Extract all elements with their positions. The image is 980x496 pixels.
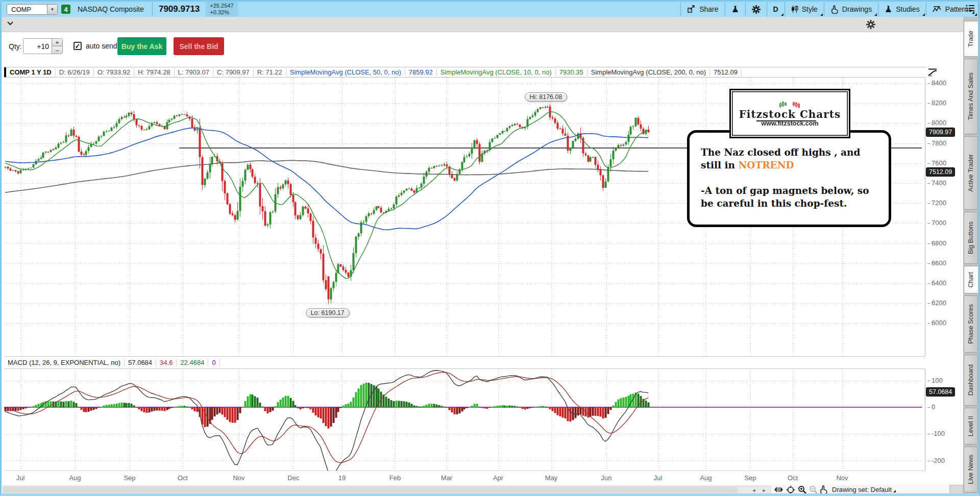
time-axis-label: Sep	[124, 474, 135, 482]
qty-increment-button[interactable]: +	[52, 39, 62, 46]
macd-header-segment: 57.0684	[125, 359, 156, 366]
symbol-combobox[interactable]: COMP ▼	[7, 4, 58, 15]
style-button[interactable]: Style	[785, 2, 824, 17]
studies-button[interactable]: Studies	[878, 2, 926, 17]
price-axis-tick: 8200	[927, 99, 946, 107]
time-axis-label: 19	[338, 474, 346, 482]
time-axis-label: Jul	[16, 474, 25, 482]
sidebar-tab-phase-scores[interactable]: Phase Scores	[964, 295, 978, 353]
sidebar-tab-level-ii[interactable]: Level II	[964, 408, 978, 444]
macd-header-segment: 34.6	[156, 359, 177, 366]
macd-header-segment: 22.4684	[177, 359, 208, 366]
scroll-right-arrow-icon[interactable]: ▸	[760, 487, 769, 493]
analyze-button[interactable]	[725, 2, 745, 17]
auto-send-checkbox[interactable]: ✓	[74, 42, 82, 50]
sidebar-tab-trade[interactable]: Trade	[964, 21, 978, 57]
zoom-in-tool-icon[interactable]	[798, 485, 807, 494]
drawing-set-selector[interactable]: Drawing set: Default	[832, 486, 897, 493]
macd-chart-canvas[interactable]	[4, 369, 925, 470]
price-axis-tick: 7600	[927, 159, 946, 167]
sidebar-tab-live-news[interactable]: Live News	[964, 447, 978, 492]
sidebar-tab-big-buttons[interactable]: Big Buttons	[964, 212, 978, 264]
time-axis-label: Mar	[441, 474, 452, 482]
time-axis-label: Apr	[493, 474, 503, 482]
chart-menu-button[interactable]	[965, 4, 975, 15]
note-line3: -A ton of gap magnets below, so	[701, 184, 889, 197]
flask-icon	[731, 5, 739, 13]
collapse-chevron-icon[interactable]	[7, 21, 14, 26]
sidebar-tab-active-trader[interactable]: Active Trader	[964, 136, 978, 210]
thinkorswim-chart-window: COMP ▼ 4 NASDAQ Composite 7909.9713 +25.…	[0, 0, 980, 496]
note-line4: be careful in this chop-fest.	[701, 197, 889, 210]
price-axis-tick: 7200	[927, 199, 946, 207]
pattern-icon	[933, 5, 942, 13]
dropdown-caret-icon	[820, 13, 823, 16]
time-axis-label: Nov	[233, 474, 244, 482]
time-axis[interactable]: JulAugSepOctNovDec19FebMarAprMayJunJulAu…	[4, 470, 925, 485]
crosshair-tool-icon[interactable]	[786, 485, 795, 494]
chart-header-segment: H: 7974.28	[134, 68, 175, 76]
share-button[interactable]: Share	[681, 2, 724, 17]
change-percent: +0.32%	[210, 9, 233, 16]
hand-tool-icon[interactable]	[819, 485, 828, 494]
quantity-stepper[interactable]: + –	[23, 38, 63, 54]
timeframe-button[interactable]: D	[767, 2, 785, 17]
time-axis-label: Aug	[69, 474, 81, 482]
order-entry-bar: Qty: + – ✓ auto send Buy the Ask Sell th…	[2, 32, 963, 63]
chart-fit-icon[interactable]	[927, 68, 938, 77]
chart-header-segment: SimpleMovingAvg (CLOSE, 10, 0, no)	[437, 68, 556, 76]
symbol-dropdown-arrow-icon[interactable]: ▼	[47, 5, 57, 14]
price-axis-tick: 8000	[927, 119, 946, 127]
sell-bid-button[interactable]: Sell the Bid	[174, 37, 224, 55]
time-axis-label: Dec	[287, 474, 299, 482]
sidebar-tab-label: Live News	[967, 455, 974, 484]
link-group-badge[interactable]: 4	[61, 5, 70, 14]
studies-label: Studies	[896, 5, 920, 13]
drawings-button[interactable]: Drawings	[824, 2, 878, 17]
price-axis-tick: 6000	[927, 319, 946, 327]
horizontal-scrollbar[interactable]: ◂ ▸	[3, 486, 771, 494]
scrollbar-thumb[interactable]	[4, 487, 738, 493]
pan-tool-icon[interactable]	[774, 485, 783, 494]
zoom-out-tool-icon[interactable]	[809, 485, 818, 494]
time-axis-label: Nov	[836, 474, 848, 482]
sma200-axis-badge: 7512.09	[926, 167, 955, 177]
chart-header-segment: O: 7933.92	[94, 68, 134, 76]
macd-header-segment: MACD (12, 26, 9, EXPONENTIAL, no)	[4, 359, 125, 366]
chart-settings-button[interactable]	[746, 2, 767, 17]
gadget-gear-icon[interactable]	[866, 20, 875, 29]
time-axis-label: Jun	[601, 474, 612, 482]
qty-decrement-button[interactable]: –	[52, 46, 62, 54]
chart-header-segment: C: 7909.97	[213, 68, 254, 76]
sidebar-tab-dashboard[interactable]: Dashboard	[964, 355, 978, 406]
sidebar-tab-label: Chart	[967, 272, 974, 288]
top-toolbar: COMP ▼ 4 NASDAQ Composite 7909.9713 +25.…	[2, 2, 978, 17]
scroll-left-arrow-icon[interactable]: ◂	[749, 487, 758, 493]
sidebar-tab-chart[interactable]: Chart	[964, 266, 978, 293]
chart-data-header: COMP 1 Y 1DD: 6/26/19O: 7933.92H: 7974.2…	[4, 67, 925, 78]
chart-header-segment: SimpleMovingAvg (CLOSE, 50, 0, no)	[286, 68, 405, 76]
drawings-label: Drawings	[842, 5, 872, 13]
hand-icon	[830, 5, 839, 14]
time-axis-label: Sep	[744, 474, 756, 482]
sidebar-tab-label: Big Buttons	[967, 221, 974, 254]
low-marker-badge: Lo: 6190.17	[306, 308, 350, 317]
sidebar-tab-label: Trade	[967, 31, 974, 47]
change-value: +25.2547	[210, 3, 233, 9]
last-price: 7909.9713	[153, 4, 206, 14]
instrument-name: NASDAQ Composite	[78, 5, 144, 13]
chart-annotation-note: The Naz closed off highs , and still in …	[687, 130, 891, 227]
time-axis-label: Feb	[389, 474, 401, 482]
price-axis-tick: 7400	[927, 179, 946, 187]
macd-axis-tick: -100	[927, 430, 945, 437]
buy-ask-button[interactable]: Buy the Ask	[117, 37, 166, 55]
macd-axis-tick: 0	[927, 403, 935, 411]
chart-header-segment: 7930.35	[556, 68, 587, 76]
chart-header-segment: D: 6/26/19	[56, 68, 94, 76]
style-label: Style	[802, 5, 818, 13]
note-line2: still in NOTREND	[701, 159, 889, 171]
right-gadget-sidebar: TradeTimes And SalesActive TraderBig But…	[963, 17, 978, 495]
sidebar-tab-times-and-sales[interactable]: Times And Sales	[964, 59, 978, 134]
chart-bottom-bar: ◂ ▸ Drawing set: Default	[2, 485, 963, 495]
quantity-input[interactable]	[23, 39, 52, 54]
